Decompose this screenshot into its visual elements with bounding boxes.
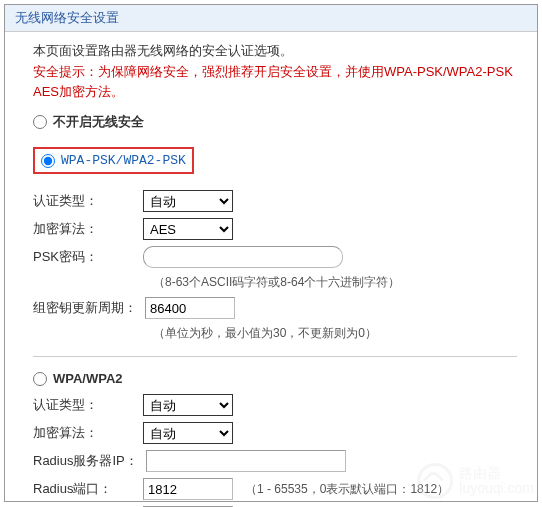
separator <box>33 356 517 357</box>
psk-enc-select[interactable]: AES <box>143 218 233 240</box>
psk-enc-label: 加密算法： <box>33 220 143 238</box>
psk-pwd-label: PSK密码： <box>33 248 143 266</box>
radio-none[interactable] <box>33 115 47 129</box>
wpa-enc-row: 加密算法： 自动 <box>33 422 517 444</box>
radius-port-hint: （1 - 65535，0表示默认端口：1812） <box>245 481 449 498</box>
psk-interval-hint: （单位为秒，最小值为30，不更新则为0） <box>153 325 517 342</box>
radio-psk-label: WPA-PSK/WPA2-PSK <box>61 153 186 168</box>
wpa-auth-select[interactable]: 自动 <box>143 394 233 416</box>
radius-ip-row: Radius服务器IP： <box>33 450 517 472</box>
psk-pwd-row: PSK密码： <box>33 246 517 268</box>
radius-port-input[interactable] <box>143 478 233 500</box>
option-psk-row-highlight: WPA-PSK/WPA2-PSK <box>33 147 194 174</box>
intro-text: 本页面设置路由器无线网络的安全认证选项。 <box>33 42 517 60</box>
radio-psk[interactable] <box>41 154 55 168</box>
radio-wpa-label: WPA/WPA2 <box>53 371 123 386</box>
psk-pwd-hint: （8-63个ASCII码字符或8-64个十六进制字符） <box>153 274 517 291</box>
wpa-enc-select[interactable]: 自动 <box>143 422 233 444</box>
option-wpa-row: WPA/WPA2 <box>33 371 517 386</box>
security-warning: 安全提示：为保障网络安全，强烈推荐开启安全设置，并使用WPA-PSK/WPA2-… <box>33 62 517 101</box>
radius-ip-input[interactable] <box>146 450 346 472</box>
psk-auth-select[interactable]: 自动 <box>143 190 233 212</box>
psk-password-input[interactable] <box>143 246 343 268</box>
wireless-security-panel: 无线网络安全设置 本页面设置路由器无线网络的安全认证选项。 安全提示：为保障网络… <box>4 4 538 502</box>
wpa-enc-label: 加密算法： <box>33 424 143 442</box>
psk-enc-row: 加密算法： AES <box>33 218 517 240</box>
option-none-row: 不开启无线安全 <box>33 113 517 131</box>
wpa-auth-label: 认证类型： <box>33 396 143 414</box>
radius-port-label: Radius端口： <box>33 480 143 498</box>
radius-port-row: Radius端口： （1 - 65535，0表示默认端口：1812） <box>33 478 517 500</box>
panel-title: 无线网络安全设置 <box>5 5 537 32</box>
psk-interval-row: 组密钥更新周期： <box>33 297 517 319</box>
radio-wpa[interactable] <box>33 372 47 386</box>
psk-auth-label: 认证类型： <box>33 192 143 210</box>
radio-none-label: 不开启无线安全 <box>53 113 144 131</box>
psk-interval-input[interactable] <box>145 297 235 319</box>
psk-interval-label: 组密钥更新周期： <box>33 299 145 317</box>
radius-ip-label: Radius服务器IP： <box>33 452 146 470</box>
panel-body: 本页面设置路由器无线网络的安全认证选项。 安全提示：为保障网络安全，强烈推荐开启… <box>5 32 537 507</box>
psk-auth-row: 认证类型： 自动 <box>33 190 517 212</box>
wpa-auth-row: 认证类型： 自动 <box>33 394 517 416</box>
